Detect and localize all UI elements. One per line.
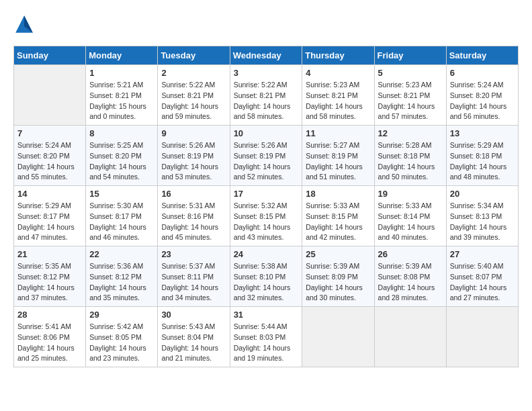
day-info: Sunrise: 5:26 AMSunset: 8:19 PMDaylight:… — [234, 140, 299, 183]
day-info: Sunrise: 5:30 AMSunset: 8:17 PMDaylight:… — [89, 201, 154, 243]
day-info: Sunrise: 5:31 AMSunset: 8:16 PMDaylight:… — [161, 201, 226, 243]
day-info: Sunrise: 5:33 AMSunset: 8:15 PMDaylight:… — [306, 201, 370, 243]
header-tuesday: Tuesday — [158, 46, 230, 65]
calendar-cell: 27Sunrise: 5:40 AMSunset: 8:07 PMDayligh… — [446, 246, 518, 307]
calendar-cell: 4Sunrise: 5:23 AMSunset: 8:21 PMDaylight… — [302, 65, 374, 126]
day-number: 17 — [234, 189, 299, 199]
calendar-cell: 25Sunrise: 5:39 AMSunset: 8:09 PMDayligh… — [302, 246, 374, 307]
logo-icon — [13, 13, 35, 35]
day-info: Sunrise: 5:43 AMSunset: 8:04 PMDaylight:… — [161, 322, 226, 364]
day-number: 4 — [306, 68, 370, 78]
header-wednesday: Wednesday — [230, 46, 302, 65]
day-info: Sunrise: 5:22 AMSunset: 8:21 PMDaylight:… — [161, 80, 226, 122]
day-number: 1 — [89, 68, 154, 78]
day-number: 3 — [234, 68, 299, 78]
calendar-cell: 22Sunrise: 5:36 AMSunset: 8:12 PMDayligh… — [86, 246, 158, 307]
day-number: 12 — [378, 128, 443, 138]
day-info: Sunrise: 5:38 AMSunset: 8:10 PMDaylight:… — [234, 261, 299, 304]
calendar-cell: 12Sunrise: 5:28 AMSunset: 8:18 PMDayligh… — [374, 126, 446, 186]
day-info: Sunrise: 5:39 AMSunset: 8:08 PMDaylight:… — [378, 261, 443, 304]
day-number: 22 — [89, 249, 154, 259]
day-info: Sunrise: 5:32 AMSunset: 8:15 PMDaylight:… — [234, 201, 299, 243]
day-number: 9 — [161, 128, 226, 138]
header-thursday: Thursday — [302, 46, 374, 65]
day-info: Sunrise: 5:28 AMSunset: 8:18 PMDaylight:… — [378, 140, 443, 183]
logo — [13, 13, 38, 35]
day-number: 29 — [89, 310, 154, 320]
day-number: 11 — [306, 128, 370, 138]
day-info: Sunrise: 5:42 AMSunset: 8:05 PMDaylight:… — [89, 322, 154, 364]
day-info: Sunrise: 5:40 AMSunset: 8:07 PMDaylight:… — [450, 261, 515, 304]
calendar-cell: 24Sunrise: 5:38 AMSunset: 8:10 PMDayligh… — [230, 246, 302, 307]
day-number: 2 — [161, 68, 226, 78]
day-number: 25 — [306, 249, 370, 259]
calendar-cell: 18Sunrise: 5:33 AMSunset: 8:15 PMDayligh… — [302, 186, 374, 246]
day-number: 8 — [89, 128, 154, 138]
calendar-cell: 11Sunrise: 5:27 AMSunset: 8:19 PMDayligh… — [302, 126, 374, 186]
day-info: Sunrise: 5:24 AMSunset: 8:20 PMDaylight:… — [17, 140, 82, 183]
calendar-cell: 21Sunrise: 5:35 AMSunset: 8:12 PMDayligh… — [14, 246, 86, 307]
calendar-table: Sunday Monday Tuesday Wednesday Thursday… — [13, 46, 519, 367]
day-info: Sunrise: 5:44 AMSunset: 8:03 PMDaylight:… — [234, 322, 299, 364]
day-number: 26 — [378, 249, 443, 259]
day-number: 31 — [234, 310, 299, 320]
day-number: 21 — [17, 249, 82, 259]
calendar-cell: 28Sunrise: 5:41 AMSunset: 8:06 PMDayligh… — [14, 307, 86, 367]
calendar-week-row: 14Sunrise: 5:29 AMSunset: 8:17 PMDayligh… — [14, 186, 519, 246]
calendar-cell: 23Sunrise: 5:37 AMSunset: 8:11 PMDayligh… — [158, 246, 230, 307]
header-monday: Monday — [86, 46, 158, 65]
day-info: Sunrise: 5:26 AMSunset: 8:19 PMDaylight:… — [161, 140, 226, 183]
calendar-cell: 8Sunrise: 5:25 AMSunset: 8:20 PMDaylight… — [86, 126, 158, 186]
day-info: Sunrise: 5:29 AMSunset: 8:18 PMDaylight:… — [450, 140, 515, 183]
day-info: Sunrise: 5:24 AMSunset: 8:20 PMDaylight:… — [450, 80, 515, 122]
day-info: Sunrise: 5:23 AMSunset: 8:21 PMDaylight:… — [306, 80, 370, 122]
calendar-cell — [302, 307, 374, 367]
calendar-cell: 17Sunrise: 5:32 AMSunset: 8:15 PMDayligh… — [230, 186, 302, 246]
header-friday: Friday — [374, 46, 446, 65]
calendar-cell — [374, 307, 446, 367]
day-info: Sunrise: 5:23 AMSunset: 8:21 PMDaylight:… — [378, 80, 443, 122]
calendar-cell: 10Sunrise: 5:26 AMSunset: 8:19 PMDayligh… — [230, 126, 302, 186]
day-number: 28 — [17, 310, 82, 320]
weekday-header-row: Sunday Monday Tuesday Wednesday Thursday… — [14, 46, 519, 65]
day-info: Sunrise: 5:22 AMSunset: 8:21 PMDaylight:… — [234, 80, 299, 122]
calendar-cell: 26Sunrise: 5:39 AMSunset: 8:08 PMDayligh… — [374, 246, 446, 307]
day-info: Sunrise: 5:36 AMSunset: 8:12 PMDaylight:… — [89, 261, 154, 304]
day-info: Sunrise: 5:34 AMSunset: 8:13 PMDaylight:… — [450, 201, 515, 243]
day-number: 13 — [450, 128, 515, 138]
day-number: 7 — [17, 128, 82, 138]
calendar-cell: 30Sunrise: 5:43 AMSunset: 8:04 PMDayligh… — [158, 307, 230, 367]
calendar-cell: 7Sunrise: 5:24 AMSunset: 8:20 PMDaylight… — [14, 126, 86, 186]
calendar-cell: 1Sunrise: 5:21 AMSunset: 8:21 PMDaylight… — [86, 65, 158, 126]
day-number: 6 — [450, 68, 515, 78]
calendar-cell: 14Sunrise: 5:29 AMSunset: 8:17 PMDayligh… — [14, 186, 86, 246]
day-number: 18 — [306, 189, 370, 199]
calendar-cell: 2Sunrise: 5:22 AMSunset: 8:21 PMDaylight… — [158, 65, 230, 126]
day-number: 20 — [450, 189, 515, 199]
day-info: Sunrise: 5:33 AMSunset: 8:14 PMDaylight:… — [378, 201, 443, 243]
day-info: Sunrise: 5:37 AMSunset: 8:11 PMDaylight:… — [161, 261, 226, 304]
calendar-cell: 5Sunrise: 5:23 AMSunset: 8:21 PMDaylight… — [374, 65, 446, 126]
header-sunday: Sunday — [14, 46, 86, 65]
calendar-cell: 6Sunrise: 5:24 AMSunset: 8:20 PMDaylight… — [446, 65, 518, 126]
calendar-week-row: 7Sunrise: 5:24 AMSunset: 8:20 PMDaylight… — [14, 126, 519, 186]
day-number: 30 — [161, 310, 226, 320]
calendar-cell — [446, 307, 518, 367]
calendar-cell: 19Sunrise: 5:33 AMSunset: 8:14 PMDayligh… — [374, 186, 446, 246]
calendar-cell: 13Sunrise: 5:29 AMSunset: 8:18 PMDayligh… — [446, 126, 518, 186]
calendar-cell: 16Sunrise: 5:31 AMSunset: 8:16 PMDayligh… — [158, 186, 230, 246]
day-info: Sunrise: 5:27 AMSunset: 8:19 PMDaylight:… — [306, 140, 370, 183]
calendar-cell: 29Sunrise: 5:42 AMSunset: 8:05 PMDayligh… — [86, 307, 158, 367]
calendar-cell — [14, 65, 86, 126]
calendar-cell: 9Sunrise: 5:26 AMSunset: 8:19 PMDaylight… — [158, 126, 230, 186]
day-info: Sunrise: 5:35 AMSunset: 8:12 PMDaylight:… — [17, 261, 82, 304]
day-number: 5 — [378, 68, 443, 78]
calendar-cell: 31Sunrise: 5:44 AMSunset: 8:03 PMDayligh… — [230, 307, 302, 367]
calendar-week-row: 28Sunrise: 5:41 AMSunset: 8:06 PMDayligh… — [14, 307, 519, 367]
day-number: 24 — [234, 249, 299, 259]
day-info: Sunrise: 5:21 AMSunset: 8:21 PMDaylight:… — [89, 80, 154, 122]
day-number: 15 — [89, 189, 154, 199]
day-info: Sunrise: 5:25 AMSunset: 8:20 PMDaylight:… — [89, 140, 154, 183]
header-saturday: Saturday — [446, 46, 518, 65]
day-number: 19 — [378, 189, 443, 199]
